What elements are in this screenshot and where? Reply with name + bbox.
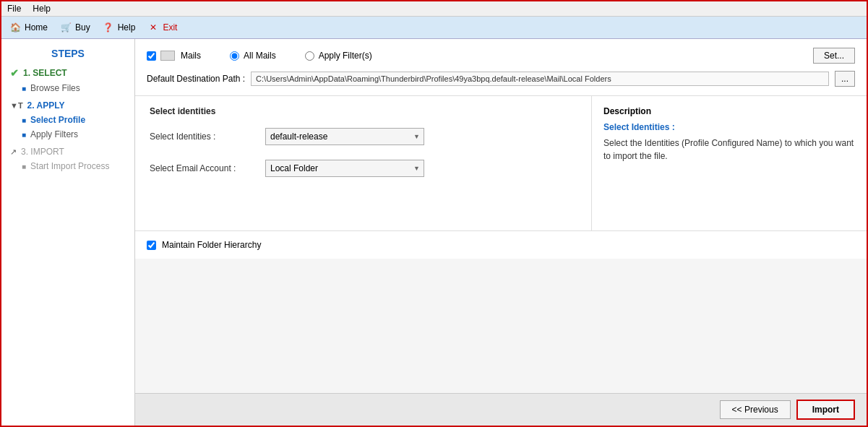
toolbar-buy-label: Buy	[75, 22, 90, 33]
arrow-icon: ▼T	[10, 101, 23, 110]
toolbar-home[interactable]: 🏠 Home	[9, 21, 48, 34]
middle-section: Select identities Select Identities : de…	[135, 96, 867, 231]
bullet-icon3: ■	[22, 131, 26, 139]
check-icon: ✔	[10, 67, 19, 79]
apply-filters-radio-label: Apply Filter(s)	[319, 51, 372, 61]
menubar: File Help	[1, 1, 867, 17]
all-mails-radio[interactable]	[230, 51, 239, 61]
select-identities-row: Select Identities : default-release	[150, 128, 577, 145]
cart-icon: 🛒	[59, 21, 72, 34]
toolbar: 🏠 Home 🛒 Buy ❓ Help ✕ Exit	[1, 17, 867, 39]
bullet-icon: ■	[22, 85, 26, 92]
step2-section: ▼T 2. APPLY ■ Select Profile ■ Apply Fil…	[7, 98, 129, 142]
description-title: Description	[603, 106, 855, 116]
help-icon: ❓	[102, 21, 115, 34]
toolbar-exit[interactable]: ✕ Exit	[147, 21, 177, 34]
mails-label: Mails	[181, 51, 201, 61]
set-button[interactable]: Set...	[813, 48, 855, 64]
bottom-bar: << Previous Import	[135, 393, 867, 426]
sidebar-step1[interactable]: ✔ 1. SELECT	[7, 65, 129, 81]
sidebar-step2[interactable]: ▼T 2. APPLY	[7, 98, 129, 113]
sidebar-browse-files[interactable]: ■ Browse Files	[7, 81, 129, 95]
sidebar-step3[interactable]: ↗ 3. IMPORT	[7, 145, 129, 159]
toolbar-home-label: Home	[25, 22, 48, 33]
sidebar: STEPS ✔ 1. SELECT ■ Browse Files ▼T 2. A…	[1, 39, 135, 426]
step2-label: 2. APPLY	[27, 100, 65, 111]
step1-label: 1. SELECT	[23, 68, 67, 78]
bullet-icon4: ■	[22, 163, 26, 171]
toolbar-help[interactable]: ❓ Help	[102, 21, 136, 34]
spacer	[135, 259, 867, 393]
select-identities-panel: Select identities Select Identities : de…	[135, 96, 592, 230]
menu-help[interactable]: Help	[33, 4, 51, 14]
select-identities-label: Select Identities :	[150, 131, 265, 142]
select-identities-title: Select identities	[150, 106, 577, 116]
select-identities-wrapper: default-release	[265, 128, 424, 145]
mails-checkbox-group: Mails	[147, 51, 201, 61]
step1-section: ✔ 1. SELECT ■ Browse Files	[7, 65, 129, 95]
mails-icon	[160, 51, 175, 61]
select-email-dropdown[interactable]: Local Folder	[265, 160, 424, 177]
prev-button[interactable]: << Previous	[720, 400, 791, 419]
maintain-folder-checkbox[interactable]	[147, 241, 156, 250]
home-icon: 🏠	[9, 21, 22, 34]
path-browse-button[interactable]: ...	[835, 71, 855, 87]
folder-section: Maintain Folder Hierarchy	[135, 231, 867, 259]
toolbar-buy[interactable]: 🛒 Buy	[59, 21, 90, 34]
exit-icon: ✕	[147, 21, 160, 34]
apply-filters-label: Apply Filters	[30, 129, 78, 139]
path-label: Default Destination Path :	[147, 74, 245, 84]
menu-file[interactable]: File	[7, 4, 21, 14]
all-mails-label: All Mails	[244, 51, 276, 61]
start-import-label: Start Import Process	[30, 161, 109, 171]
apply-filters-radio[interactable]	[305, 51, 314, 61]
main-content: STEPS ✔ 1. SELECT ■ Browse Files ▼T 2. A…	[1, 39, 867, 426]
content-area: Mails All Mails Apply Filter(s) Set... D…	[135, 39, 867, 426]
bullet-icon2: ■	[22, 116, 26, 124]
select-email-label: Select Email Account :	[150, 163, 265, 173]
import-button[interactable]: Import	[796, 400, 855, 420]
step3-label: 3. IMPORT	[21, 147, 64, 157]
mails-checkbox[interactable]	[147, 51, 156, 61]
select-profile-label: Select Profile	[30, 115, 85, 125]
path-input[interactable]	[251, 72, 829, 86]
step3-section: ↗ 3. IMPORT ■ Start Import Process	[7, 145, 129, 173]
mails-row: Mails All Mails Apply Filter(s) Set...	[147, 48, 855, 64]
select-email-row: Select Email Account : Local Folder	[150, 160, 577, 177]
sidebar-start-import[interactable]: ■ Start Import Process	[7, 159, 129, 173]
arrow-up-icon: ↗	[10, 147, 17, 157]
description-subtitle: Select Identities :	[603, 122, 855, 132]
toolbar-exit-label: Exit	[163, 22, 177, 33]
apply-filters-radio-group: Apply Filter(s)	[305, 51, 372, 61]
top-section: Mails All Mails Apply Filter(s) Set... D…	[135, 39, 867, 96]
maintain-folder-label: Maintain Folder Hierarchy	[162, 240, 261, 250]
sidebar-apply-filters[interactable]: ■ Apply Filters	[7, 127, 129, 142]
steps-title: STEPS	[7, 48, 129, 59]
select-identities-dropdown[interactable]: default-release	[265, 128, 424, 145]
all-mails-radio-group: All Mails	[230, 51, 276, 61]
path-row: Default Destination Path : ...	[147, 71, 855, 87]
select-email-wrapper: Local Folder	[265, 160, 424, 177]
sidebar-select-profile[interactable]: ■ Select Profile	[7, 113, 129, 127]
toolbar-help-label: Help	[118, 22, 136, 33]
description-text: Select the Identities (Profile Configure…	[603, 137, 855, 163]
browse-files-label: Browse Files	[30, 83, 80, 93]
description-panel: Description Select Identities : Select t…	[592, 96, 867, 230]
